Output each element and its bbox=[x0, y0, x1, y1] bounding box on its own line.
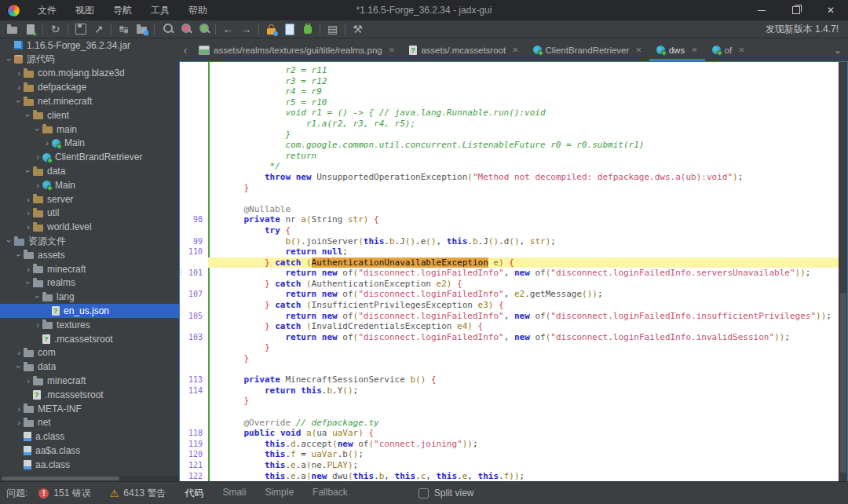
tabs-list-chevron-icon[interactable]: ⌄ bbox=[834, 45, 842, 56]
tree-expand-arrow[interactable]: › bbox=[24, 166, 33, 176]
tree-expand-arrow[interactable]: › bbox=[24, 376, 33, 385]
close-button[interactable]: ✕ bbox=[813, 0, 848, 20]
rename-doc-icon[interactable] bbox=[280, 21, 298, 37]
tree-expand-arrow[interactable]: › bbox=[33, 152, 42, 162]
tree-expand-arrow[interactable]: › bbox=[33, 181, 42, 190]
tree-expand-arrow[interactable]: › bbox=[24, 222, 33, 232]
tree-expand-arrow[interactable]: › bbox=[24, 278, 33, 287]
tree-item[interactable]: ›lang bbox=[0, 290, 179, 304]
tree-item[interactable]: ›com bbox=[0, 346, 179, 360]
reload-icon[interactable]: ↻ bbox=[46, 21, 64, 37]
warnings-indicator[interactable]: ⚠ 6413 警告 bbox=[91, 487, 166, 500]
code-area[interactable]: r2 = r11 r3 = r12 r4 = r9 r5 = r10 void … bbox=[180, 62, 839, 481]
maximize-button[interactable] bbox=[779, 0, 813, 20]
scrollbar-thumb[interactable] bbox=[840, 293, 846, 473]
tree-expand-arrow[interactable]: › bbox=[24, 195, 33, 204]
tree-expand-arrow[interactable]: › bbox=[24, 111, 33, 120]
back-icon[interactable]: ← bbox=[219, 21, 237, 37]
tree-item[interactable]: ›Main bbox=[0, 137, 179, 151]
tree-item[interactable]: ›META-INF bbox=[0, 402, 179, 416]
tree-item[interactable]: ›ClientBrandRetriever bbox=[0, 150, 179, 164]
tree-item[interactable]: en_us.json bbox=[0, 304, 179, 318]
tree-item[interactable]: ›data bbox=[0, 164, 179, 178]
tree-expand-arrow[interactable]: › bbox=[33, 292, 42, 301]
tree-item[interactable]: ›assets bbox=[0, 248, 179, 262]
editor-tab[interactable]: assets/realms/textures/gui/title/realms.… bbox=[192, 39, 402, 61]
tree-expand-arrow[interactable]: › bbox=[14, 82, 24, 92]
tree-expand-arrow[interactable]: › bbox=[14, 97, 24, 106]
menu-item[interactable]: 工具 bbox=[141, 0, 179, 20]
tree-expand-arrow[interactable]: › bbox=[33, 320, 42, 330]
editor-vertical-scrollbar[interactable] bbox=[839, 62, 847, 481]
menu-item[interactable]: 视图 bbox=[66, 0, 104, 20]
debug-icon[interactable] bbox=[298, 21, 316, 37]
scrollbar-thumb[interactable] bbox=[2, 477, 119, 480]
class-search-icon[interactable] bbox=[194, 21, 212, 37]
tree-item[interactable]: ›minecraft bbox=[0, 262, 179, 276]
tab-close-icon[interactable]: ✕ bbox=[635, 46, 641, 54]
tree-expand-arrow[interactable]: › bbox=[24, 265, 33, 274]
editor-tab[interactable]: of✕ bbox=[705, 39, 752, 61]
text-search-icon[interactable] bbox=[176, 21, 194, 37]
tab-close-icon[interactable]: ✕ bbox=[389, 46, 395, 54]
tree-item[interactable]: a.class bbox=[0, 429, 179, 444]
tree-item[interactable]: ›com.mojang.blaze3d bbox=[0, 67, 179, 81]
tree-item[interactable]: ›client bbox=[0, 108, 179, 122]
tree-expand-arrow[interactable]: › bbox=[14, 404, 24, 414]
tree-expand-arrow[interactable]: › bbox=[5, 55, 14, 64]
tree-item[interactable]: ›minecraft bbox=[0, 374, 179, 388]
tree-item[interactable]: ›源代码 bbox=[0, 53, 179, 67]
view-mode-fallback[interactable]: Fallback bbox=[313, 487, 348, 500]
editor-tab[interactable]: assets/.mcassetsroot✕ bbox=[402, 39, 525, 61]
tabs-scroll-left-icon[interactable]: ‹ bbox=[179, 44, 192, 57]
tree-item[interactable]: ›textures bbox=[0, 318, 179, 332]
tree-item[interactable]: aa.class bbox=[0, 458, 179, 472]
tree-item[interactable]: ›util bbox=[0, 206, 179, 221]
tree-item[interactable]: ›Main bbox=[0, 178, 179, 192]
tree-item[interactable]: ›defpackage bbox=[0, 80, 179, 94]
tree-item[interactable]: ›net bbox=[0, 416, 179, 430]
save-all-icon[interactable] bbox=[71, 21, 90, 37]
tree-expand-arrow[interactable]: › bbox=[33, 125, 42, 134]
tree-item[interactable]: aa$a.class bbox=[0, 444, 179, 458]
project-tree[interactable]: 1.16.5-Forge_36.2.34.jar›源代码›com.mojang.… bbox=[0, 38, 179, 482]
log-viewer-icon[interactable]: ▤ bbox=[323, 21, 342, 37]
tree-expand-arrow[interactable]: › bbox=[14, 418, 24, 427]
update-notice[interactable]: 发现新版本 1.4.7! bbox=[766, 23, 839, 36]
open-file-icon[interactable] bbox=[3, 21, 21, 37]
editor-tab[interactable]: dws✕ bbox=[649, 39, 705, 61]
errors-indicator[interactable]: ! 151 错误 bbox=[38, 487, 90, 500]
tree-item[interactable]: ›main bbox=[0, 122, 179, 137]
add-files-icon[interactable]: + bbox=[21, 21, 39, 37]
tree-item[interactable]: ›net.minecraft bbox=[0, 94, 179, 108]
view-mode-smali[interactable]: Smali bbox=[222, 487, 246, 500]
tree-item[interactable]: ›realms bbox=[0, 276, 179, 290]
search-icon[interactable] bbox=[158, 21, 176, 37]
flat-packages-icon[interactable]: ↹ bbox=[115, 21, 133, 37]
tree-expand-arrow[interactable]: › bbox=[14, 362, 24, 371]
view-mode-code[interactable]: 代码 bbox=[185, 487, 203, 500]
tree-item[interactable]: .mcassetsroot bbox=[0, 388, 179, 402]
tree-item[interactable]: ›资源文件 bbox=[0, 234, 179, 248]
split-view-checkbox[interactable] bbox=[419, 488, 429, 499]
tree-expand-arrow[interactable]: › bbox=[42, 138, 52, 148]
menu-item[interactable]: 导航 bbox=[104, 0, 141, 20]
tab-close-icon[interactable]: ✕ bbox=[512, 46, 518, 54]
preferences-icon[interactable]: ⚒ bbox=[349, 21, 367, 37]
code-editor[interactable]: ⋮ r2 = r11 r3 = r12 r4 = r9 r5 = r10 voi… bbox=[179, 61, 848, 482]
tree-item[interactable]: ›data bbox=[0, 360, 179, 374]
menu-item[interactable]: 文件 bbox=[28, 0, 66, 20]
tree-expand-arrow[interactable]: › bbox=[14, 348, 24, 357]
tab-close-icon[interactable]: ✕ bbox=[691, 46, 697, 54]
tree-expand-arrow[interactable]: › bbox=[14, 68, 24, 78]
editor-tab[interactable]: ClientBrandRetriever✕ bbox=[526, 39, 649, 61]
tree-expand-arrow[interactable]: › bbox=[24, 208, 33, 217]
forward-icon[interactable]: → bbox=[237, 21, 255, 37]
tree-expand-arrow[interactable]: › bbox=[5, 236, 14, 246]
minimize-button[interactable] bbox=[744, 0, 779, 20]
tree-item[interactable]: ›server bbox=[0, 192, 179, 206]
tree-item[interactable]: 1.16.5-Forge_36.2.34.jar bbox=[0, 38, 179, 53]
tree-expand-arrow[interactable]: › bbox=[14, 250, 24, 260]
view-mode-simple[interactable]: Simple bbox=[265, 487, 294, 500]
tree-item[interactable]: .mcassetsroot bbox=[0, 332, 179, 346]
